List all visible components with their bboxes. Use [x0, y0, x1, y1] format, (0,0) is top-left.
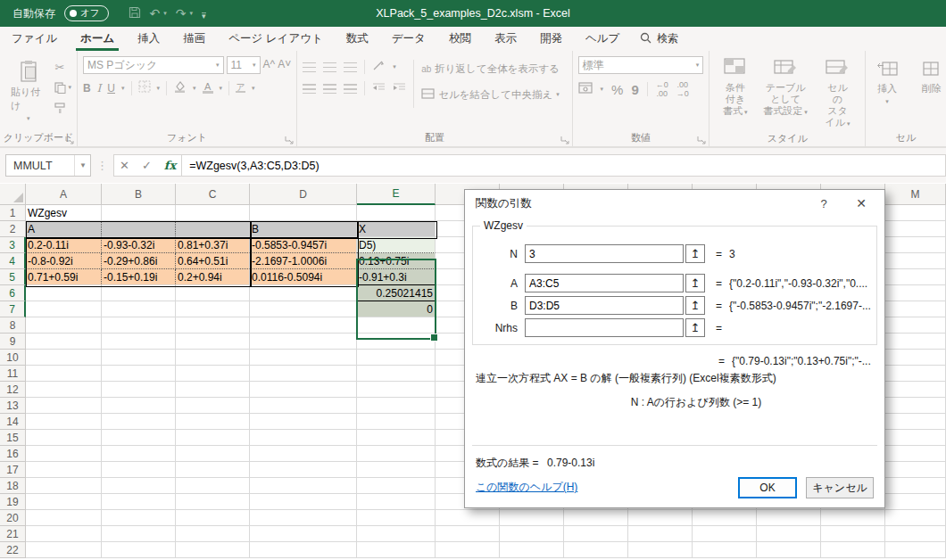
cell[interactable] — [250, 205, 357, 221]
row-header-19[interactable]: 19 — [0, 494, 26, 510]
shrink-font-button[interactable]: A˅ — [278, 56, 291, 74]
cell-A4[interactable]: -0.8-0.92i — [26, 253, 102, 269]
formula-input[interactable]: =WZgesv(3,A3:C5,D3:D5) — [182, 154, 946, 177]
cell[interactable] — [357, 430, 436, 446]
cell[interactable] — [885, 526, 946, 542]
cell[interactable] — [176, 446, 250, 462]
cell[interactable] — [357, 334, 436, 350]
accounting-dropdown-icon[interactable]: ▾ — [601, 86, 604, 93]
col-header-M[interactable]: M — [885, 184, 946, 205]
wrap-text-button[interactable]: ab 折り返して全体を表示する — [421, 60, 560, 78]
underline-dropdown-icon[interactable]: ▾ — [121, 85, 125, 92]
align-left-icon[interactable] — [303, 84, 316, 94]
cell[interactable] — [102, 494, 176, 510]
font-dialog-launcher-icon[interactable] — [285, 135, 294, 144]
cell[interactable] — [628, 510, 693, 526]
cell[interactable] — [250, 478, 357, 494]
cell[interactable] — [102, 446, 176, 462]
row-header-2[interactable]: 2 — [0, 221, 26, 237]
cell[interactable] — [250, 301, 357, 317]
cell[interactable] — [885, 382, 946, 398]
cell-B3[interactable]: -0.93-0.32i — [102, 237, 176, 253]
dialog-help-button[interactable]: ? — [809, 194, 838, 213]
dialog-close-button[interactable]: ✕ — [847, 194, 875, 213]
cell[interactable] — [102, 382, 176, 398]
cell[interactable] — [757, 510, 821, 526]
cancel-button[interactable]: キャンセル — [806, 477, 874, 498]
tab-draw[interactable]: 描画 — [171, 27, 217, 51]
row-header-14[interactable]: 14 — [0, 414, 26, 430]
range-picker-a-icon[interactable]: ↥ — [685, 274, 705, 292]
align-top-icon[interactable] — [303, 62, 316, 72]
formula-bar-splitter[interactable]: ⋮ — [96, 159, 108, 172]
cell[interactable] — [885, 414, 946, 430]
cell[interactable] — [176, 366, 250, 382]
percent-button[interactable]: % — [611, 82, 623, 97]
phonetic-dropdown-icon[interactable]: ▾ — [252, 85, 255, 92]
cell[interactable] — [26, 510, 102, 526]
orientation-button[interactable] — [372, 60, 386, 74]
cell[interactable] — [250, 414, 357, 430]
cell[interactable] — [436, 542, 500, 558]
cell[interactable] — [26, 526, 102, 542]
row-header-22[interactable]: 22 — [0, 542, 26, 558]
cell[interactable] — [357, 462, 436, 478]
row-header-15[interactable]: 15 — [0, 430, 26, 446]
col-header-B[interactable]: B — [102, 184, 176, 205]
cell[interactable] — [436, 510, 500, 526]
borders-dropdown-icon[interactable]: ▾ — [157, 85, 161, 92]
row-header-11[interactable]: 11 — [0, 366, 26, 382]
name-box[interactable]: MMULT ▼ — [5, 154, 91, 177]
select-all-corner[interactable] — [0, 184, 26, 205]
cell[interactable] — [176, 462, 250, 478]
cell[interactable] — [176, 398, 250, 414]
cell[interactable] — [176, 430, 250, 446]
cell[interactable] — [176, 414, 250, 430]
cell[interactable] — [102, 317, 176, 334]
cell[interactable] — [564, 526, 628, 542]
cell-A3[interactable]: 0.2-0.11i — [26, 237, 102, 253]
col-header-D[interactable]: D — [250, 184, 357, 205]
cell[interactable] — [885, 494, 946, 510]
paste-dropdown-icon[interactable]: ▾ — [27, 115, 30, 122]
cell[interactable] — [885, 317, 946, 334]
cell[interactable] — [176, 542, 250, 558]
cancel-entry-icon[interactable]: ✕ — [120, 159, 129, 172]
phonetic-button[interactable]: ア — [236, 83, 245, 93]
autosave-toggle[interactable]: オフ — [64, 5, 109, 21]
cell-A2[interactable]: A — [26, 221, 102, 237]
cell-C3[interactable]: 0.81+0.37i — [176, 237, 250, 253]
cell[interactable] — [250, 334, 357, 350]
cell[interactable] — [26, 382, 102, 398]
cell[interactable] — [26, 478, 102, 494]
cell[interactable] — [564, 542, 628, 558]
cell[interactable] — [885, 398, 946, 414]
row-header-20[interactable]: 20 — [0, 510, 26, 526]
cell[interactable] — [357, 317, 436, 334]
cell[interactable] — [250, 526, 357, 542]
cell-B5[interactable]: -0.15+0.19i — [102, 269, 176, 285]
cell[interactable] — [102, 430, 176, 446]
cell[interactable] — [102, 542, 176, 558]
cell[interactable] — [176, 317, 250, 334]
range-picker-nrhs-icon[interactable]: ↥ — [685, 318, 705, 337]
cell[interactable] — [885, 205, 946, 221]
cell[interactable] — [693, 510, 757, 526]
cell[interactable] — [26, 366, 102, 382]
tab-view[interactable]: 表示 — [483, 27, 528, 51]
cell[interactable] — [885, 301, 946, 317]
cell[interactable] — [26, 398, 102, 414]
cell[interactable] — [885, 462, 946, 478]
number-format-combo[interactable]: 標準▾ — [578, 56, 704, 74]
cell-C5[interactable]: 0.2+0.94i — [176, 269, 250, 285]
cell[interactable] — [250, 542, 357, 558]
search-box[interactable]: 検索 — [631, 27, 687, 51]
cell[interactable] — [26, 414, 102, 430]
cell[interactable] — [102, 285, 176, 301]
cell[interactable] — [885, 237, 946, 253]
font-color-dropdown-icon[interactable]: ▾ — [220, 85, 223, 92]
cell[interactable] — [250, 382, 357, 398]
cell[interactable] — [250, 317, 357, 334]
cell[interactable] — [26, 542, 102, 558]
cell[interactable] — [885, 446, 946, 462]
